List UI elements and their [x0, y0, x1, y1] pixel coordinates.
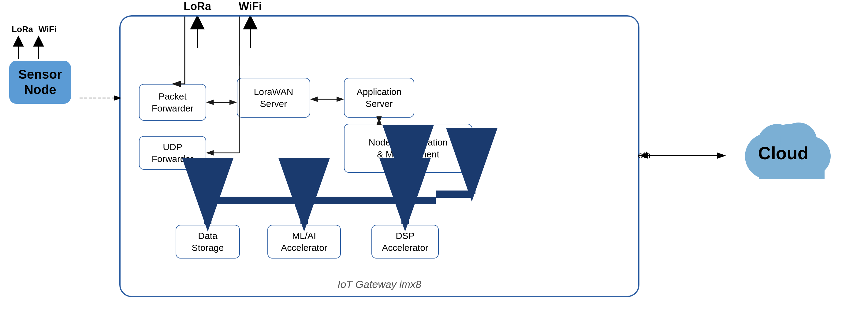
node-config-box: Node Configuration& Management: [344, 124, 472, 173]
gateway-label: IoT Gateway imx8: [338, 279, 421, 290]
sensor-lora-label: LoRa: [12, 25, 33, 34]
application-server-text: ApplicationServer: [357, 86, 402, 110]
sensor-antenna-labels: LoRa WiFi: [12, 25, 57, 34]
cloud-svg: Cloud: [728, 104, 838, 190]
udp-forwarder-box: UDPForwarder: [139, 136, 206, 170]
gateway-outer-box: PacketForwarder LoraWANServer Applicatio…: [119, 15, 640, 297]
dsp-accelerator-box: DSPAccelerator: [371, 225, 439, 259]
eth-label: eth: [638, 150, 651, 160]
sensor-node-text: SensorNode: [18, 67, 62, 98]
gw-wifi-label: WiFi: [239, 0, 262, 13]
packet-forwarder-text: PacketForwarder: [152, 90, 194, 114]
diagram-container: LoRa WiFi SensorNode LoRa WiFi: [0, 0, 868, 321]
udp-forwarder-text: UDPForwarder: [152, 141, 194, 165]
sensor-antennas: [13, 35, 44, 59]
cloud-section: Cloud: [728, 104, 838, 191]
mlai-accelerator-text: ML/AIAccelerator: [281, 230, 328, 254]
mlai-accelerator-box: ML/AIAccelerator: [268, 225, 341, 259]
data-storage-text: DataStorage: [191, 230, 224, 254]
sensor-wifi-stem: [38, 47, 39, 59]
packet-forwarder-box: PacketForwarder: [139, 84, 206, 121]
sensor-lora-antenna: [13, 35, 24, 59]
sensor-wifi-label: WiFi: [38, 25, 57, 34]
dsp-accelerator-text: DSPAccelerator: [382, 230, 428, 254]
lorawan-server-box: LoraWANServer: [237, 78, 310, 118]
sensor-lora-stem: [18, 47, 19, 59]
data-storage-box: DataStorage: [176, 225, 240, 259]
sensor-node-section: LoRa WiFi SensorNode: [9, 25, 71, 104]
gw-lora-label: LoRa: [184, 0, 211, 13]
sensor-wifi-antenna: [33, 35, 44, 59]
lorawan-server-text: LoraWANServer: [254, 86, 293, 110]
sensor-lora-triangle: [13, 35, 24, 47]
sensor-node-box: SensorNode: [9, 61, 71, 104]
svg-text:Cloud: Cloud: [758, 143, 808, 163]
node-config-text: Node Configuration& Management: [369, 136, 448, 160]
application-server-box: ApplicationServer: [344, 78, 414, 118]
sensor-wifi-triangle: [33, 35, 44, 47]
